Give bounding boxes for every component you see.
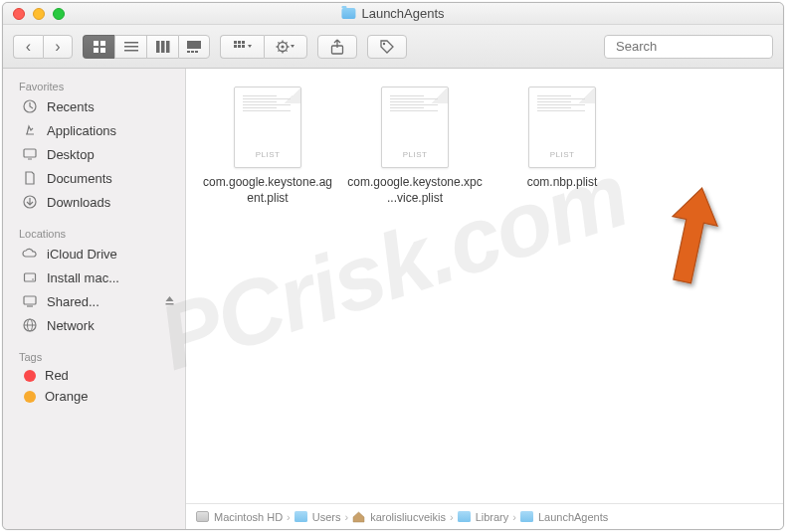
toolbar: ‹ › <box>3 25 783 69</box>
share-button[interactable] <box>317 35 357 59</box>
path-item[interactable]: Library <box>458 511 509 523</box>
monitor-icon <box>21 292 39 310</box>
path-item[interactable]: Macintosh HD <box>196 511 283 523</box>
path-item[interactable]: LaunchAgents <box>520 511 608 523</box>
plist-file-icon: PLIST <box>381 87 449 168</box>
sidebar-item-label: Red <box>45 368 69 383</box>
desktop-icon <box>21 145 39 163</box>
svg-rect-0 <box>94 41 98 46</box>
svg-rect-13 <box>195 51 198 53</box>
svg-rect-10 <box>187 41 201 49</box>
action-button[interactable] <box>264 35 307 59</box>
file-badge: PLIST <box>256 150 281 159</box>
list-icon <box>124 41 138 53</box>
file-badge: PLIST <box>403 150 428 159</box>
sidebar-item-applications[interactable]: Applications <box>3 118 185 142</box>
apps-icon <box>21 121 39 139</box>
view-mode-group <box>83 35 210 59</box>
download-icon <box>21 193 39 211</box>
tag-dot-icon <box>24 391 36 403</box>
grid-icon <box>93 40 106 54</box>
content-area: Favorites Recents Applications Desktop D… <box>3 69 783 529</box>
share-icon <box>330 39 344 55</box>
sidebar-item-label: Applications <box>47 123 116 138</box>
sidebar-heading-locations: Locations <box>3 224 185 242</box>
svg-rect-6 <box>124 50 138 52</box>
sidebar-item-label: Desktop <box>47 147 95 162</box>
file-item[interactable]: PLIST com.google.keystone.xpc...vice.pli… <box>345 87 485 206</box>
path-item[interactable]: Users <box>295 511 341 523</box>
sidebar-item-network[interactable]: Network <box>3 313 185 337</box>
nav-buttons: ‹ › <box>13 35 73 59</box>
sidebar-item-icloud[interactable]: iCloud Drive <box>3 242 185 266</box>
file-item[interactable]: PLIST com.google.keystone.agent.plist <box>198 87 337 206</box>
gallery-icon <box>187 41 201 53</box>
sidebar-tag-orange[interactable]: Orange <box>3 386 185 407</box>
svg-rect-12 <box>191 51 194 53</box>
group-action-group <box>220 35 307 59</box>
icon-view-button[interactable] <box>83 35 114 59</box>
minimize-window-button[interactable] <box>33 8 45 20</box>
sidebar-item-label: Orange <box>45 389 88 404</box>
svg-rect-3 <box>100 48 105 53</box>
group-by-button[interactable] <box>220 35 264 59</box>
main-pane: PLIST com.google.keystone.agent.plist PL… <box>186 69 783 529</box>
search-field[interactable] <box>604 35 773 59</box>
chevron-right-icon: › <box>450 511 454 523</box>
home-icon <box>352 511 365 522</box>
svg-line-28 <box>278 50 279 51</box>
eject-icon[interactable] <box>164 294 175 309</box>
globe-icon <box>21 316 39 334</box>
file-item[interactable]: PLIST com.nbp.plist <box>492 87 632 190</box>
svg-point-31 <box>383 42 385 44</box>
traffic-lights <box>3 8 65 20</box>
columns-icon <box>156 41 170 53</box>
svg-rect-35 <box>24 149 36 157</box>
share-group <box>317 35 357 59</box>
column-view-button[interactable] <box>146 35 178 59</box>
maximize-window-button[interactable] <box>53 8 65 20</box>
sidebar-item-label: Downloads <box>47 195 110 210</box>
sidebar-item-label: Install mac... <box>47 270 119 285</box>
edit-tags-button[interactable] <box>367 35 407 59</box>
sidebar-item-recents[interactable]: Recents <box>3 94 185 118</box>
sidebar-item-install-mac[interactable]: Install mac... <box>3 266 185 289</box>
svg-line-29 <box>286 42 287 43</box>
svg-point-38 <box>32 278 34 280</box>
svg-rect-9 <box>166 41 170 53</box>
plist-file-icon: PLIST <box>528 87 596 168</box>
list-view-button[interactable] <box>114 35 146 59</box>
file-badge: PLIST <box>550 150 575 159</box>
file-name: com.google.keystone.xpc...vice.plist <box>347 174 483 206</box>
file-grid[interactable]: PLIST com.google.keystone.agent.plist PL… <box>186 69 783 503</box>
svg-rect-8 <box>161 41 165 53</box>
sidebar-item-label: Shared... <box>47 294 99 309</box>
folder-icon <box>295 511 307 522</box>
svg-rect-19 <box>242 45 245 48</box>
svg-rect-16 <box>242 41 245 44</box>
sidebar-tag-red[interactable]: Red <box>3 365 185 386</box>
svg-rect-11 <box>187 51 190 53</box>
svg-rect-4 <box>124 42 138 44</box>
file-name: com.google.keystone.agent.plist <box>200 174 335 206</box>
sidebar-item-desktop[interactable]: Desktop <box>3 142 185 166</box>
forward-button[interactable]: › <box>43 35 73 59</box>
sidebar-item-label: Recents <box>47 99 95 114</box>
svg-point-21 <box>281 45 284 48</box>
gallery-view-button[interactable] <box>178 35 210 59</box>
folder-icon <box>458 511 471 522</box>
folder-icon <box>341 8 355 19</box>
sidebar-item-label: iCloud Drive <box>47 247 117 262</box>
svg-rect-1 <box>100 41 105 46</box>
back-button[interactable]: ‹ <box>13 35 43 59</box>
svg-line-26 <box>278 42 279 43</box>
close-window-button[interactable] <box>13 8 25 20</box>
hdd-icon <box>196 511 209 522</box>
sidebar-item-documents[interactable]: Documents <box>3 166 185 190</box>
search-input[interactable] <box>616 39 783 54</box>
sidebar-item-downloads[interactable]: Downloads <box>3 190 185 214</box>
chevron-right-icon: › <box>287 511 291 523</box>
sidebar-item-shared[interactable]: Shared... <box>3 289 185 313</box>
path-item[interactable]: karolisliucveikis <box>352 511 446 523</box>
plist-file-icon: PLIST <box>234 87 301 168</box>
